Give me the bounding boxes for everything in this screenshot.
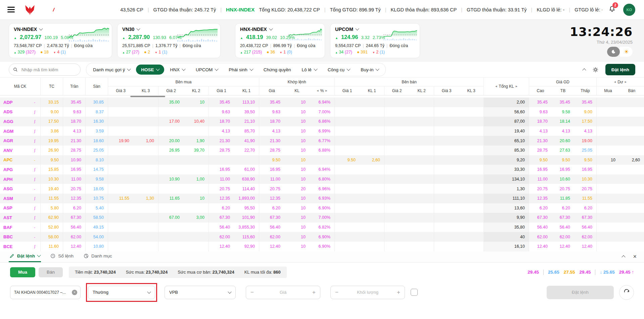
cell-10[interactable]: 20 — [284, 184, 310, 194]
cell-11[interactable]: 6.93% — [310, 194, 335, 203]
col-header-bid-vol3[interactable]: KL 3 — [133, 86, 158, 95]
cell-8[interactable]: 638,90 — [234, 174, 259, 184]
cell-10[interactable]: 10 — [284, 203, 310, 213]
col-header-bid-price1[interactable]: Giá 1 — [209, 86, 234, 95]
cell-21[interactable]: 19.00 — [574, 136, 597, 146]
index-card-HNX-INDEX[interactable]: HNX-INDEX▲418.1939.0210.29%20,438,722 CP… — [235, 23, 325, 58]
col-header-match-vol[interactable]: KL — [284, 86, 310, 95]
cell-21[interactable]: 20.75 — [574, 184, 597, 194]
cell-21[interactable]: 9.00 — [574, 107, 597, 117]
col-header-remain-sell[interactable]: Bán — [619, 86, 644, 95]
filter-hnx[interactable]: HNX — [165, 65, 190, 75]
light-mode-icon[interactable] — [620, 47, 633, 57]
cell-1[interactable]: 35.45 — [63, 97, 86, 107]
row-AGR[interactable]: AGR∫19.9521.3018.6019.901,0020.001,9021.… — [0, 136, 644, 146]
cell-11[interactable]: 6.86% — [310, 117, 335, 126]
cell-1[interactable]: 21.30 — [63, 136, 86, 146]
cell-9[interactable]: 11.00 — [259, 174, 284, 184]
cell-1[interactable]: 12.35 — [63, 194, 86, 203]
col-header-bid-price2[interactable]: Giá 2 — [158, 86, 184, 95]
index-card-VN-INDEX[interactable]: VN-INDEX▲2,072.97100.195.08%73,548,787 C… — [9, 23, 112, 58]
quote-price[interactable]: 29.45 ↑ — [619, 270, 634, 275]
col-header-bid-price3[interactable]: Giá 3 — [108, 86, 133, 95]
cell-21[interactable]: 35.45 — [574, 97, 597, 107]
col-expand-right-icon[interactable]: ▶ — [516, 85, 517, 88]
cell-18[interactable]: 65,10 — [484, 136, 529, 146]
cell-8[interactable]: 101,90 — [234, 213, 259, 223]
cell-10[interactable]: 10 — [284, 213, 310, 223]
cell-symbol[interactable]: ASM∫ — [0, 194, 41, 203]
avatar[interactable]: KO — [623, 4, 635, 16]
theme-toggle[interactable] — [607, 47, 633, 57]
cell-10[interactable]: 10 — [284, 117, 310, 126]
col-header-floor[interactable]: Sàn — [86, 78, 108, 95]
col-header-low[interactable]: Thấp — [574, 86, 597, 95]
col-header-symbol[interactable]: Mã CK — [0, 78, 41, 95]
cell-3[interactable]: 11.55 — [108, 194, 133, 203]
cell-11[interactable]: 6.88% — [310, 146, 335, 155]
cell-1[interactable]: 4.13 — [63, 126, 86, 136]
cell-7[interactable]: 56.40 — [209, 223, 234, 232]
cell-symbol[interactable]: BBC- — [0, 232, 41, 242]
cell-symbol[interactable]: ADP- — [0, 97, 41, 107]
col-header-high[interactable]: Cao — [529, 86, 552, 95]
cell-2[interactable]: 58.50 — [86, 213, 108, 223]
cell-8[interactable]: 114,40 — [234, 184, 259, 194]
collapse-bottom-button[interactable] — [622, 254, 625, 258]
cell-8[interactable]: 95,50 — [234, 203, 259, 213]
cell-5[interactable]: 17.00 — [158, 117, 184, 126]
col-expand-right-icon[interactable]: ▶ — [625, 81, 627, 83]
cell-20[interactable]: 62.00 — [552, 232, 574, 242]
cell-1[interactable]: 11.00 — [63, 174, 86, 184]
cell-18[interactable]: 134,10 — [484, 174, 529, 184]
cell-19[interactable]: 11.00 — [529, 174, 552, 184]
notifications-button[interactable]: 2 — [608, 5, 616, 14]
settings-button[interactable] — [592, 67, 599, 73]
cell-11[interactable]: 6.90% — [310, 232, 335, 242]
cell-18[interactable]: 33,30 — [484, 165, 529, 174]
cell-7[interactable]: 11.00 — [209, 174, 234, 184]
plus-icon[interactable]: + — [312, 289, 316, 296]
cell-9[interactable]: 16.95 — [259, 165, 284, 174]
cell-18[interactable]: 9,20 — [484, 155, 529, 165]
cell-0[interactable]: 17.50 — [41, 117, 63, 126]
index-card-VN30[interactable]: VN30▲2,287.90130.936.07%25,571,885 CP|1,… — [117, 23, 221, 58]
cell-9[interactable]: 35.45 — [259, 97, 284, 107]
col-header-ask-price1[interactable]: Giá 1 — [335, 86, 360, 95]
cell-19[interactable]: 67.30 — [529, 213, 552, 223]
cell-18[interactable]: 13,60 — [484, 203, 529, 213]
cell-1[interactable]: 9.63 — [63, 107, 86, 117]
cell-21[interactable]: 11.55 — [574, 194, 597, 203]
cell-2[interactable]: 5.40 — [86, 203, 108, 213]
cell-1[interactable]: 12.40 — [63, 242, 86, 251]
cell-0[interactable]: 19.95 — [41, 136, 63, 146]
place-order-button[interactable]: Đặt lệnh — [605, 64, 635, 75]
cell-8[interactable]: 85,70 — [234, 126, 259, 136]
cell-6[interactable]: 10,40 — [184, 117, 209, 126]
cell-11[interactable]: 6.94% — [310, 165, 335, 174]
cell-0[interactable]: 52.80 — [41, 223, 63, 232]
chevron-down-icon[interactable] — [269, 27, 273, 30]
cell-10[interactable]: 10 — [284, 194, 310, 203]
cell-21[interactable]: 56.40 — [574, 223, 597, 232]
cell-symbol[interactable]: AGM∫ — [0, 126, 41, 136]
cell-10[interactable]: 10 — [284, 174, 310, 184]
col-header-ask-price3[interactable]: Giá 3 — [434, 86, 459, 95]
filter-upcom[interactable]: UPCOM — [191, 65, 223, 75]
cell-8[interactable]: 3,855,30 — [234, 223, 259, 232]
cell-0[interactable]: 62.90 — [41, 213, 63, 223]
row-APH[interactable]: APH∫10.3011.009.5810.901,0011.00638,9011… — [0, 174, 644, 184]
minus-icon[interactable]: − — [335, 289, 338, 296]
quote-price[interactable]: 27.55 — [564, 270, 575, 275]
cell-21[interactable]: 25.05 — [574, 146, 597, 155]
tab-so-lenh[interactable]: Sổ lệnh — [50, 253, 74, 262]
minus-icon[interactable]: − — [250, 289, 254, 296]
cell-10[interactable]: 10 — [284, 146, 310, 155]
cell-9[interactable]: 67.30 — [259, 213, 284, 223]
row-ASM[interactable]: ASM∫11.5512.3510.7511.551,3011.651012.35… — [0, 194, 644, 203]
cell-symbol[interactable]: AST∫ — [0, 213, 41, 223]
cell-symbol[interactable]: ASP∫ — [0, 203, 41, 213]
cell-21[interactable]: 6.20 — [574, 203, 597, 213]
cell-2[interactable]: 16.30 — [86, 117, 108, 126]
cell-symbol[interactable]: APG∫ — [0, 165, 41, 174]
